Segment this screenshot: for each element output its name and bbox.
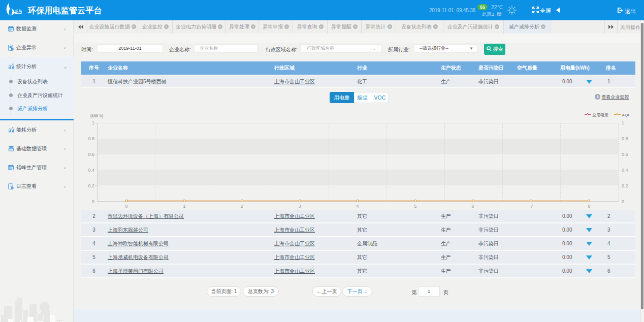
svg-text:乐鸟: 乐鸟 — [15, 9, 22, 13]
